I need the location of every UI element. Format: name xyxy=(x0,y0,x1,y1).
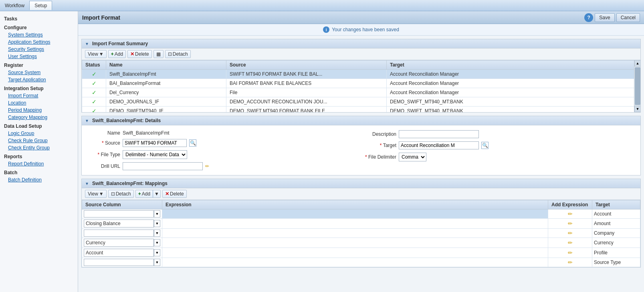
add-expr-icon[interactable]: ✏ xyxy=(568,230,573,236)
summary-view-dropdown[interactable]: View ▼ xyxy=(85,50,107,58)
mapping-add-expr-cell: ✏ xyxy=(548,248,592,258)
scroll-down-btn[interactable]: ▼ xyxy=(634,106,640,112)
scroll-up-btn[interactable]: ▲ xyxy=(634,60,640,66)
mapping-source-cell[interactable]: Currency ▼ xyxy=(82,238,162,248)
mapping-expression-cell xyxy=(162,219,548,229)
detail-filetype-row: File Type Delimited - Numeric Data xyxy=(88,149,358,161)
sidebar-item-check-rule-group[interactable]: Check Rule Group xyxy=(0,137,78,144)
mapping-expression-cell xyxy=(162,248,548,258)
sidebar-item-user-settings[interactable]: User Settings xyxy=(0,53,78,60)
col-name: Name xyxy=(106,60,226,70)
sidebar-item-security-settings[interactable]: Security Settings xyxy=(0,46,78,53)
sidebar-item-period-mapping[interactable]: Period Mapping xyxy=(0,107,78,114)
info-message: Your changes have been saved xyxy=(332,27,399,32)
mappings-view-dropdown[interactable]: View ▼ xyxy=(85,190,107,198)
mapping-source-cell[interactable]: ▼ xyxy=(82,209,162,219)
summary-row[interactable]: ✓ Swift_BalanceImpFmt SWIFT MT940 FORMAT… xyxy=(82,70,640,79)
sidebar-item-batch-definition[interactable]: Batch Definition xyxy=(0,176,78,183)
top-nav: Workflow Setup xyxy=(0,0,644,11)
summary-row[interactable]: ✓ DEMO_SWIFTMT940_IF DEMO_SWIFT MT940 FO… xyxy=(82,107,640,113)
sidebar-item-target-application[interactable]: Target Application xyxy=(0,76,78,83)
source-dropdown-btn[interactable]: ▼ xyxy=(154,230,160,237)
details-collapse-icon[interactable]: ▼ xyxy=(85,119,89,123)
save-button[interactable]: Save xyxy=(595,13,614,22)
status-check-icon: ✓ xyxy=(92,71,97,77)
drillurl-edit-icon[interactable]: ✏ xyxy=(205,163,209,169)
source-search-button[interactable]: 🔍 xyxy=(189,139,196,147)
nav-setup[interactable]: Setup xyxy=(29,1,52,10)
sidebar-item-category-mapping[interactable]: Category Mapping xyxy=(0,114,78,121)
details-section-header: ▼ Swift_BalanceImpFmt: Details xyxy=(82,116,640,125)
detail-filetype-select[interactable]: Delimited - Numeric Data xyxy=(123,150,187,159)
summary-row[interactable]: ✓ Del_Currency File Account Reconciliati… xyxy=(82,88,640,97)
mapping-row: Currency ▼ ✏ Currency xyxy=(82,238,640,248)
detail-delimiter-select[interactable]: Comma xyxy=(399,153,426,161)
summary-row[interactable]: ✓ DEMO_JOURNALS_IF DEMO_ACCOUNT RECONCIL… xyxy=(82,97,640,107)
add-expr-icon[interactable]: ✏ xyxy=(568,240,573,246)
main-content: Import Format ? Save Cancel i Your chang… xyxy=(78,11,644,292)
source-dropdown-btn[interactable]: ▼ xyxy=(154,210,160,217)
row-name: Del_Currency xyxy=(106,88,226,97)
sidebar-item-check-entity-group[interactable]: Check Entity Group xyxy=(0,144,78,151)
summary-delete-button[interactable]: ✕ Delete xyxy=(127,50,152,58)
mapping-expression-cell xyxy=(162,258,548,267)
status-check-icon: ✓ xyxy=(92,99,97,105)
row-target: Account Reconciliation Manager xyxy=(387,79,640,88)
sidebar-item-source-system[interactable]: Source System xyxy=(0,69,78,76)
mappings-add-icon: + xyxy=(138,191,141,197)
cancel-button[interactable]: Cancel xyxy=(616,13,640,22)
summary-detach-button[interactable]: ⊡ Detach xyxy=(165,50,191,58)
source-dropdown-btn[interactable]: ▼ xyxy=(154,220,160,227)
mappings-detach-button[interactable]: ⊡ Detach xyxy=(108,190,134,198)
mapping-row: ▼ ✏ Account xyxy=(82,209,640,219)
target-search-button[interactable]: 🔍 xyxy=(481,142,489,149)
nav-workflow[interactable]: Workflow xyxy=(0,1,29,10)
source-dropdown-btn[interactable]: ▼ xyxy=(154,259,160,266)
mapping-source-cell[interactable]: Account ▼ xyxy=(82,248,162,258)
row-source: BAI FORMAT BANK FILE BALANCES xyxy=(226,79,387,88)
mapping-expression-cell xyxy=(162,209,548,219)
summary-add-button[interactable]: + Add xyxy=(108,50,126,58)
add-expr-icon[interactable]: ✏ xyxy=(568,259,573,266)
source-dropdown-btn[interactable]: ▼ xyxy=(154,249,160,256)
help-button[interactable]: ? xyxy=(584,13,593,22)
add-expr-icon[interactable]: ✏ xyxy=(568,211,573,217)
page-header: Import Format ? Save Cancel xyxy=(78,11,644,24)
summary-section: ▼ Import Format Summary View ▼ + Add ✕ D… xyxy=(81,39,641,113)
mapping-target-cell: Company xyxy=(592,229,640,238)
col-target: Target xyxy=(387,60,640,70)
status-check-icon: ✓ xyxy=(92,80,97,87)
detail-drillurl-input[interactable] xyxy=(123,162,203,170)
mappings-view-label: View xyxy=(88,191,98,197)
detail-description-input[interactable] xyxy=(399,130,479,138)
row-source: DEMO_ACCOUNT RECONCILIATION JOU... xyxy=(226,97,387,107)
sidebar-item-report-definition[interactable]: Report Definition xyxy=(0,160,78,167)
summary-section-title: Import Format Summary xyxy=(92,41,148,46)
mappings-add-dropdown-arrow[interactable]: ▼ xyxy=(153,190,161,198)
mappings-add-button[interactable]: + Add xyxy=(135,190,153,198)
sidebar-item-application-settings[interactable]: Application Settings xyxy=(0,38,78,46)
mapping-source-cell[interactable]: Closing Balance ▼ xyxy=(82,219,162,229)
mappings-delete-button[interactable]: ✕ Delete xyxy=(162,190,187,198)
add-dropdown-arrow-icon: ▼ xyxy=(154,191,159,197)
add-expr-icon[interactable]: ✏ xyxy=(568,220,573,227)
mapping-source-cell[interactable]: ▼ xyxy=(82,229,162,238)
detail-description-label: Description xyxy=(364,131,396,137)
summary-collapse-icon[interactable]: ▼ xyxy=(85,42,89,46)
details-section-title: Swift_BalanceImpFmt: Details xyxy=(92,118,161,123)
sidebar-item-logic-group[interactable]: Logic Group xyxy=(0,130,78,137)
sidebar-item-import-format[interactable]: Import Format xyxy=(0,92,78,99)
summary-row[interactable]: ✓ BAI_BalanceImpFormat BAI FORMAT BANK F… xyxy=(82,79,640,88)
summary-format-button[interactable]: ▦ xyxy=(153,50,164,58)
sidebar-item-system-settings[interactable]: System Settings xyxy=(0,31,78,38)
source-dropdown-btn[interactable]: ▼ xyxy=(154,239,160,246)
sidebar-item-location[interactable]: Location xyxy=(0,99,78,107)
mapping-source-cell[interactable]: ▼ xyxy=(82,258,162,267)
mapping-target-cell: Account xyxy=(592,209,640,219)
mappings-collapse-icon[interactable]: ▼ xyxy=(85,181,89,186)
mapping-add-expr-cell: ✏ xyxy=(548,238,592,248)
detail-name-row: Name Swift_BalanceImpFmt xyxy=(88,129,358,137)
detail-target-input[interactable] xyxy=(399,141,479,149)
add-expr-icon[interactable]: ✏ xyxy=(568,250,573,256)
detail-source-input[interactable] xyxy=(123,139,187,147)
